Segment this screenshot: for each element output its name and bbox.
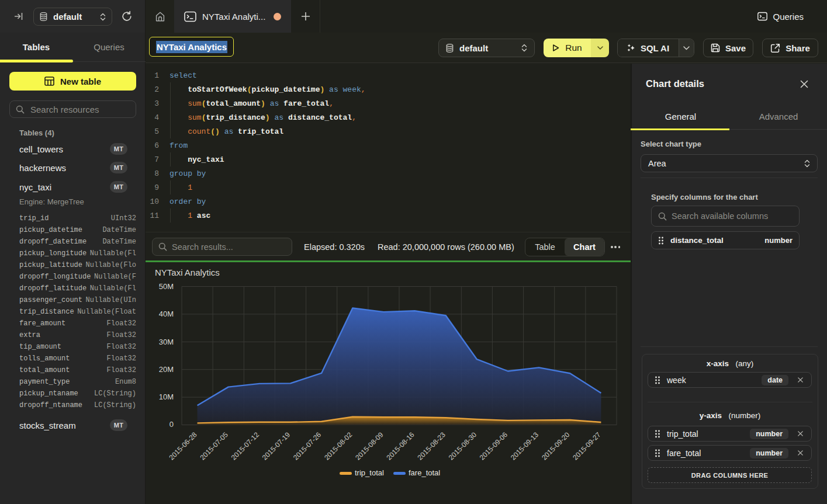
svg-text:2015-06-28: 2015-06-28 xyxy=(167,430,199,462)
svg-text:20M: 20M xyxy=(159,365,174,374)
svg-text:NYTaxi Analytics: NYTaxi Analytics xyxy=(155,267,220,277)
svg-text:2015-07-12: 2015-07-12 xyxy=(230,430,261,462)
svg-text:2015-09-27: 2015-09-27 xyxy=(571,430,603,462)
svg-text:2015-08-16: 2015-08-16 xyxy=(385,430,416,462)
svg-text:2015-08-02: 2015-08-02 xyxy=(323,430,354,462)
svg-text:40M: 40M xyxy=(159,310,174,318)
svg-text:trip_total: trip_total xyxy=(355,468,384,477)
svg-text:2015-08-30: 2015-08-30 xyxy=(447,430,479,462)
svg-text:2015-07-05: 2015-07-05 xyxy=(199,430,230,462)
svg-text:2015-08-09: 2015-08-09 xyxy=(354,430,385,462)
svg-text:fare_total: fare_total xyxy=(409,468,440,477)
svg-text:2015-09-06: 2015-09-06 xyxy=(478,430,510,462)
svg-text:2015-08-23: 2015-08-23 xyxy=(416,430,448,462)
svg-text:2015-07-19: 2015-07-19 xyxy=(261,430,292,462)
svg-text:30M: 30M xyxy=(159,338,174,346)
svg-text:50M: 50M xyxy=(159,282,174,291)
svg-text:2015-07-26: 2015-07-26 xyxy=(292,430,323,462)
svg-text:10M: 10M xyxy=(159,392,174,401)
svg-text:0: 0 xyxy=(169,420,174,429)
svg-text:2015-09-13: 2015-09-13 xyxy=(509,430,541,462)
svg-text:2015-09-20: 2015-09-20 xyxy=(540,430,572,462)
